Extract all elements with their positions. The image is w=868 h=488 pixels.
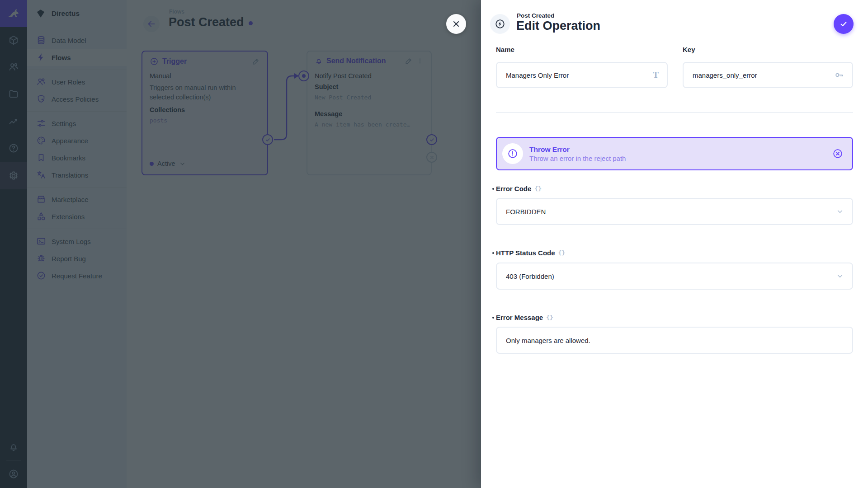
drawer-divider: [496, 112, 853, 113]
edit-operation-drawer: Post Created Edit Operation Name Manager…: [481, 0, 868, 488]
error-message-input[interactable]: Only managers are allowed.: [496, 327, 853, 354]
key-icon: [834, 70, 844, 80]
key-input[interactable]: managers_only_error: [683, 62, 853, 88]
drawer-breadcrumb: Post Created: [517, 12, 554, 19]
drawer-title: Edit Operation: [516, 19, 600, 33]
error-code-select[interactable]: FORBIDDEN: [496, 198, 853, 225]
chevron-down-icon: [836, 272, 844, 280]
key-field-label: Key: [683, 46, 695, 53]
name-input[interactable]: Managers Only Error T: [496, 62, 668, 88]
check-icon: [839, 19, 848, 28]
deselect-operation-icon[interactable]: [832, 148, 843, 159]
save-button[interactable]: [834, 14, 854, 34]
http-status-label: HTTP Status Code {}: [496, 249, 565, 257]
operation-type-title: Throw Error: [529, 145, 832, 154]
required-dot: [492, 188, 494, 190]
raw-value-icon: {}: [558, 249, 566, 256]
error-message-label: Error Message {}: [496, 314, 553, 321]
throw-error-badge: [502, 143, 523, 164]
http-status-select[interactable]: 403 (Forbidden): [496, 263, 853, 290]
operation-type-subtitle: Throw an error in the reject path: [529, 155, 832, 162]
close-icon: [451, 19, 461, 29]
title-case-icon: T: [653, 70, 659, 80]
raw-value-icon: {}: [534, 185, 542, 192]
operation-type-panel[interactable]: Throw Error Throw an error in the reject…: [496, 137, 853, 170]
bolt-circle-icon: [495, 19, 505, 29]
close-drawer-button[interactable]: [446, 14, 466, 34]
directus-app: Directus Data Model Flows User Roles Acc…: [0, 0, 868, 488]
name-field-label: Name: [496, 46, 514, 53]
drawer-overlay[interactable]: [0, 0, 481, 488]
operation-type-badge: [490, 14, 510, 34]
error-circle-icon: [507, 148, 518, 159]
required-dot: [492, 252, 494, 254]
required-dot: [492, 317, 494, 319]
error-code-label: Error Code {}: [496, 185, 542, 192]
chevron-down-icon: [836, 207, 844, 216]
raw-value-icon: {}: [546, 314, 553, 321]
